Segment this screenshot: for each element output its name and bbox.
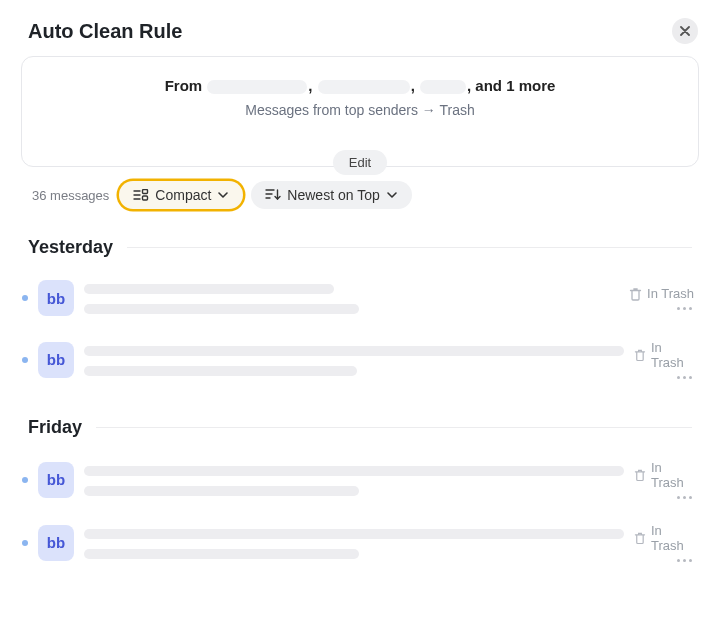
status-badge: In Trash (634, 460, 694, 490)
rule-from-line: From , , , and 1 more (42, 77, 678, 94)
unread-dot-icon (22, 540, 28, 546)
more-actions-button[interactable] (677, 559, 694, 562)
trash-icon (634, 531, 646, 545)
message-preview (84, 527, 624, 559)
view-density-dropdown[interactable]: Compact (119, 181, 243, 209)
chevron-down-icon (217, 189, 229, 201)
close-button[interactable] (672, 18, 698, 44)
divider (127, 247, 692, 248)
sort-icon (265, 187, 281, 203)
trash-icon (634, 348, 646, 362)
message-row[interactable]: bb In Trash (20, 509, 700, 572)
section-title: Yesterday (28, 237, 113, 258)
from-prefix: From (165, 77, 203, 94)
sort-order-label: Newest on Top (287, 187, 379, 203)
unread-dot-icon (22, 477, 28, 483)
avatar: bb (38, 280, 74, 316)
close-icon (680, 26, 690, 36)
svg-rect-3 (143, 190, 148, 194)
trash-icon (634, 468, 646, 482)
view-density-label: Compact (155, 187, 211, 203)
rule-summary-card: From , , , and 1 more Messages from top … (21, 56, 699, 167)
message-preview (84, 464, 624, 496)
trash-icon (629, 287, 642, 301)
message-row[interactable]: bb In Trash (20, 326, 700, 389)
message-preview (84, 344, 624, 376)
chevron-down-icon (386, 189, 398, 201)
status-badge: In Trash (634, 340, 694, 370)
redacted-sender (420, 80, 466, 94)
more-actions-button[interactable] (677, 307, 694, 310)
svg-rect-4 (143, 196, 148, 200)
rule-description: Messages from top senders → Trash (42, 102, 678, 118)
avatar: bb (38, 462, 74, 498)
list-compact-icon (133, 187, 149, 203)
avatar: bb (38, 342, 74, 378)
message-row[interactable]: bb In Trash (20, 266, 700, 326)
status-badge: In Trash (634, 523, 694, 553)
from-suffix: , and 1 more (467, 77, 555, 94)
section-title: Friday (28, 417, 82, 438)
divider (96, 427, 692, 428)
unread-dot-icon (22, 357, 28, 363)
edit-button[interactable]: Edit (333, 150, 387, 175)
message-row[interactable]: bb In Trash (20, 446, 700, 509)
more-actions-button[interactable] (677, 496, 694, 499)
status-badge: In Trash (629, 286, 694, 301)
redacted-sender (207, 80, 307, 94)
sort-order-dropdown[interactable]: Newest on Top (251, 181, 411, 209)
more-actions-button[interactable] (677, 376, 694, 379)
page-title: Auto Clean Rule (28, 20, 182, 43)
message-preview (84, 282, 619, 314)
redacted-sender (318, 80, 410, 94)
message-count: 36 messages (32, 188, 109, 203)
avatar: bb (38, 525, 74, 561)
unread-dot-icon (22, 295, 28, 301)
